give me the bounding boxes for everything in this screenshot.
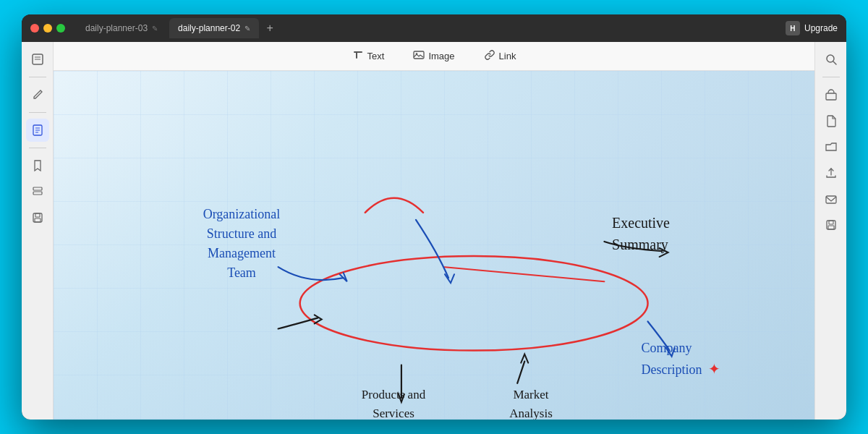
- titlebar: daily-planner-03 ✎ daily-planner-02 ✎ + …: [22, 14, 846, 42]
- image-tool[interactable]: Image: [407, 46, 460, 66]
- app-body: Text Image: [22, 42, 846, 420]
- tab-daily-planner-02[interactable]: daily-planner-02 ✎: [169, 18, 259, 38]
- sidebar-divider-2: [29, 112, 46, 113]
- sidebar-pages-icon[interactable]: [26, 48, 49, 71]
- user-avatar: H: [786, 21, 800, 35]
- maximize-button[interactable]: [56, 24, 65, 33]
- canvas[interactable]: OrganizationalStructure andManagementTea…: [54, 71, 814, 420]
- traffic-lights: [30, 24, 65, 33]
- sidebar-divider-1: [29, 77, 46, 77]
- right-sidebar-mail-icon[interactable]: [820, 187, 843, 210]
- right-sidebar-share-icon[interactable]: [820, 161, 843, 184]
- svg-rect-11: [35, 218, 41, 222]
- upgrade-label: Upgrade: [804, 23, 838, 33]
- svg-rect-14: [414, 51, 424, 59]
- company-description-label: CompanyDescription ✦: [642, 339, 720, 380]
- link-label: Link: [499, 51, 516, 61]
- sidebar-save-icon[interactable]: [26, 206, 49, 229]
- image-icon: [413, 49, 425, 63]
- edit-icon: ✎: [244, 25, 250, 33]
- org-structure-label: OrganizationalStructure andManagementTea…: [169, 205, 314, 283]
- text-icon: [352, 49, 364, 63]
- text-label: Text: [367, 51, 385, 61]
- sidebar-layers-icon[interactable]: [26, 180, 49, 203]
- tab-daily-planner-03[interactable]: daily-planner-03 ✎: [77, 18, 166, 38]
- market-analysis-label: MarketAnalysis: [480, 386, 582, 420]
- svg-rect-20: [826, 93, 836, 100]
- app-window: daily-planner-03 ✎ daily-planner-02 ✎ + …: [22, 14, 846, 420]
- minimize-button[interactable]: [43, 24, 52, 33]
- svg-rect-8: [33, 192, 42, 195]
- sidebar-divider-3: [29, 148, 46, 148]
- svg-rect-23: [829, 221, 833, 224]
- star-decoration: ✦: [708, 361, 720, 377]
- link-tool[interactable]: Link: [478, 46, 522, 66]
- right-sidebar-doc-icon[interactable]: [820, 109, 843, 132]
- right-sidebar: [814, 42, 846, 420]
- right-sidebar-folder-icon[interactable]: [820, 135, 843, 158]
- svg-rect-13: [356, 51, 357, 59]
- main-area: Text Image: [54, 42, 814, 420]
- upgrade-button[interactable]: H Upgrade: [786, 21, 838, 35]
- right-sidebar-divider: [822, 77, 840, 77]
- svg-rect-10: [35, 213, 40, 217]
- executive-summary-label: ExecutiveSummary: [612, 212, 670, 255]
- text-tool[interactable]: Text: [346, 46, 391, 66]
- svg-line-19: [833, 61, 836, 64]
- image-label: Image: [428, 51, 454, 61]
- close-button[interactable]: [30, 24, 39, 33]
- new-tab-button[interactable]: +: [262, 20, 278, 36]
- sidebar-note-icon[interactable]: [26, 119, 49, 142]
- products-services-label: Products andServices: [336, 386, 451, 420]
- left-sidebar: [22, 42, 54, 420]
- svg-line-17: [445, 267, 604, 281]
- right-sidebar-save-icon[interactable]: [820, 213, 843, 237]
- sidebar-pen-icon[interactable]: [26, 83, 49, 106]
- link-icon: [484, 49, 495, 63]
- search-icon[interactable]: [820, 48, 843, 71]
- insert-toolbar: Text Image: [54, 42, 814, 71]
- svg-rect-21: [826, 196, 836, 203]
- tab-label: daily-planner-02: [178, 23, 240, 33]
- edit-icon: ✎: [152, 25, 158, 33]
- svg-rect-7: [33, 187, 42, 190]
- svg-rect-24: [828, 226, 834, 229]
- sidebar-bookmark-icon[interactable]: [26, 154, 49, 177]
- svg-rect-12: [354, 51, 362, 53]
- right-sidebar-store-icon[interactable]: [820, 83, 843, 106]
- tab-label: daily-planner-03: [85, 23, 148, 33]
- tab-bar: daily-planner-03 ✎ daily-planner-02 ✎ +: [77, 18, 786, 38]
